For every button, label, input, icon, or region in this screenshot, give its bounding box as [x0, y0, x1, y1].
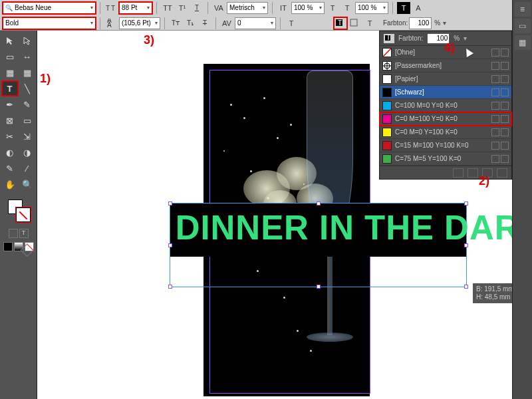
- default-fill-icon[interactable]: [3, 242, 13, 251]
- kerning-combo[interactable]: Metrisch ▾: [227, 2, 268, 14]
- font-style-value: Bold: [5, 19, 19, 27]
- text-fill-swatch-icon[interactable]: T: [334, 17, 347, 29]
- swatch-panel-footer: [380, 166, 511, 179]
- panel-icon-2[interactable]: ▭: [515, 19, 531, 33]
- zoom-tool[interactable]: 🔍: [19, 177, 35, 192]
- leading-value: (105,6 Pt): [122, 19, 151, 27]
- apply-color-icon[interactable]: [9, 229, 18, 238]
- page-tool[interactable]: ▭: [2, 49, 18, 64]
- swatch-chip: [382, 154, 392, 164]
- annotation-4: 4): [444, 41, 455, 55]
- swatch-type-icons: [491, 49, 509, 57]
- vscale-combo[interactable]: 100 % ▾: [355, 2, 388, 14]
- tracking-combo[interactable]: 0 ▾: [235, 17, 276, 29]
- new-swatch-group-icon[interactable]: [453, 168, 464, 178]
- panel-icon-1[interactable]: ≡: [515, 2, 531, 17]
- content-placer-tool[interactable]: ▦: [19, 65, 35, 80]
- scissors-tool[interactable]: ✂: [2, 129, 18, 144]
- content-collector-tool[interactable]: ▦: [2, 65, 18, 80]
- baseline-icon[interactable]: T: [326, 2, 339, 14]
- swatch-name: [Passermarken]: [395, 62, 488, 69]
- headline-text-frame[interactable]: DINNER IN THE DARK: [170, 203, 466, 287]
- swatch-chip: [382, 48, 392, 57]
- swatch-type-icons: [491, 102, 509, 110]
- svg-text:T: T: [106, 5, 110, 12]
- pencil-tool[interactable]: ✎: [19, 97, 35, 112]
- char-panel-icon[interactable]: A: [412, 2, 425, 14]
- swatch-row[interactable]: [Schwarz]: [380, 86, 511, 99]
- line-tool[interactable]: ╲: [19, 81, 35, 96]
- swatch-row[interactable]: [Passermarken]: [380, 59, 511, 72]
- eyedropper-tool[interactable]: ⁄: [19, 161, 35, 176]
- swatch-name: C=0 M=0 Y=100 K=0: [395, 128, 488, 136]
- swatch-type-icons: [491, 142, 509, 150]
- gap-tool[interactable]: ↔: [19, 49, 35, 64]
- selection-tool[interactable]: [2, 33, 18, 48]
- character-control-bar: 🔍 Bebas Neue ▾ TT 88 Pt ▾ TT T¹ T VA Met…: [0, 0, 532, 31]
- vscale-icon: T: [340, 2, 354, 14]
- swatch-name: C=0 M=100 Y=0 K=0: [395, 115, 488, 122]
- strikethrough-icon[interactable]: T: [198, 17, 211, 29]
- tint-label: Farbton:: [383, 19, 408, 27]
- swatch-fill-toggle-icon[interactable]: T: [384, 34, 394, 43]
- new-swatch-folder-icon[interactable]: [467, 168, 478, 178]
- swatch-row[interactable]: C=0 M=100 Y=0 K=0: [380, 112, 511, 126]
- swatch-row[interactable]: [Papier]: [380, 72, 511, 86]
- font-style-combo[interactable]: Bold ▾: [3, 17, 96, 29]
- subscript-icon[interactable]: T₁: [184, 17, 197, 29]
- swatch-type-icons: [491, 75, 509, 83]
- gradient-swatch-tool[interactable]: ◐: [2, 145, 18, 160]
- swatch-name: [Ohne]: [395, 49, 488, 56]
- svg-text:A: A: [107, 21, 112, 28]
- swatch-name: [Schwarz]: [395, 88, 488, 96]
- rectangle-tool[interactable]: ▭: [19, 113, 35, 128]
- font-size-icon: TT: [104, 2, 118, 14]
- hand-tool[interactable]: ✋: [2, 177, 18, 192]
- gradient-feather-tool[interactable]: ◑: [19, 145, 35, 160]
- superscript-icon[interactable]: T¹: [176, 2, 189, 14]
- tint-input[interactable]: [409, 17, 432, 29]
- rectangle-frame-tool[interactable]: ⊠: [2, 113, 18, 128]
- swatch-name: C=75 M=5 Y=100 K=0: [395, 155, 488, 162]
- swatch-name: C=100 M=0 Y=0 K=0: [395, 102, 488, 109]
- note-tool[interactable]: ✎: [2, 161, 18, 176]
- hscale-combo[interactable]: 100 % ▾: [291, 2, 325, 14]
- type-tool[interactable]: T: [2, 81, 18, 96]
- free-transform-tool[interactable]: ⇲: [19, 129, 35, 144]
- apply-text-icon[interactable]: T: [19, 229, 29, 238]
- font-family-combo[interactable]: 🔍 Bebas Neue ▾: [3, 2, 96, 14]
- direct-selection-tool[interactable]: [19, 33, 35, 48]
- swatch-type-icons: [491, 62, 509, 70]
- swatch-type-icons: [491, 128, 509, 136]
- right-panel-strip: ≡ ▭ ▦: [512, 0, 532, 399]
- fill-stroke-swatch[interactable]: [1, 198, 35, 225]
- delete-swatch-icon[interactable]: [497, 168, 507, 178]
- swatch-name: [Papier]: [395, 75, 488, 82]
- none-icon[interactable]: [25, 242, 34, 251]
- swatch-chip: [382, 74, 392, 84]
- leading-combo[interactable]: (105,6 Pt) ▾: [119, 17, 160, 29]
- svg-text:T: T: [386, 35, 390, 41]
- swatch-type-icons: [491, 115, 509, 123]
- headline-text[interactable]: DINNER IN THE DARK: [176, 207, 532, 247]
- pen-tool[interactable]: ✒: [2, 97, 18, 112]
- swatch-row[interactable]: C=0 M=0 Y=100 K=0: [380, 126, 511, 139]
- swatch-row[interactable]: C=75 M=5 Y=100 K=0: [380, 152, 511, 166]
- font-size-combo[interactable]: 88 Pt ▾: [119, 2, 152, 14]
- hscale-value: 100 %: [294, 4, 313, 11]
- svg-line-9: [383, 49, 391, 57]
- swatch-row[interactable]: C=100 M=0 Y=0 K=0: [380, 99, 511, 112]
- annotation-2: 2): [479, 174, 489, 188]
- leading-icon: AA: [104, 17, 118, 29]
- swatch-chip: [382, 101, 392, 110]
- allcaps-icon[interactable]: TT: [161, 2, 174, 14]
- smallcaps-icon[interactable]: Tᴛ: [169, 17, 182, 29]
- swatch-row[interactable]: C=15 M=100 Y=100 K=0: [380, 139, 511, 152]
- skew-icon[interactable]: T: [285, 17, 298, 29]
- text-stroke-swatch-icon[interactable]: [348, 17, 362, 29]
- underline-icon[interactable]: T: [190, 2, 203, 14]
- fill-text-icon[interactable]: T: [397, 2, 410, 14]
- text-t-icon[interactable]: T: [363, 17, 376, 29]
- tint-label-panel: Farbton:: [398, 35, 423, 42]
- panel-icon-3[interactable]: ▦: [515, 35, 531, 50]
